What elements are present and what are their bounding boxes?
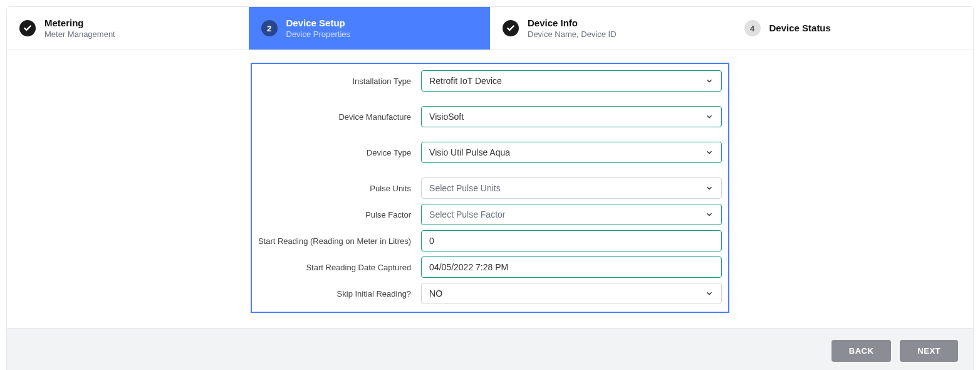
device-properties-group: Installation Type Device Manufacture Dev… [251,63,729,313]
select-value: Retrofit IoT Device [429,76,502,86]
label-device-type: Device Type [258,142,411,163]
wizard-stepper: Metering Meter Management 2 Device Setup… [7,7,973,50]
step-subtitle: Meter Management [44,29,115,40]
chevron-down-icon [705,112,714,121]
step-subtitle: Device Name, Device ID [528,29,617,40]
select-placeholder: Select Pulse Units [429,183,501,193]
wizard-panel: Metering Meter Management 2 Device Setup… [6,6,974,370]
start-reading-input[interactable] [421,230,722,251]
step-title: Device Setup [286,17,351,29]
chevron-down-icon [705,210,714,219]
label-pulse-factor: Pulse Factor [258,204,411,225]
label-pulse-units: Pulse Units [258,177,411,199]
select-value: Visio Util Pulse Aqua [429,147,510,157]
step-number-icon: 2 [261,20,278,36]
step-metering[interactable]: Metering Meter Management [7,7,249,50]
chevron-down-icon [705,289,714,298]
select-value: NO [429,288,442,299]
step-subtitle: Device Properties [286,29,351,40]
step-number-icon: 4 [744,20,761,36]
label-device-manufacture: Device Manufacture [258,106,411,127]
check-icon [503,20,519,36]
start-reading-date-input[interactable] [421,256,722,278]
device-manufacture-select[interactable]: VisioSoft [421,106,722,127]
step-device-status[interactable]: 4 Device Status [732,7,974,50]
select-value: VisioSoft [429,112,464,122]
label-start-reading-date: Start Reading Date Captured [258,256,411,278]
step-device-info[interactable]: Device Info Device Name, Device ID [490,7,732,50]
label-skip-initial: Skip Initial Reading? [258,283,411,304]
label-start-reading: Start Reading (Reading on Meter in Litre… [258,230,411,251]
step-title: Device Status [769,22,831,34]
installation-type-select[interactable]: Retrofit IoT Device [421,70,722,92]
back-button[interactable]: BACK [831,340,892,362]
chevron-down-icon [705,148,714,157]
label-installation-type: Installation Type [258,70,411,92]
pulse-factor-select[interactable]: Select Pulse Factor [421,204,722,225]
device-type-select[interactable]: Visio Util Pulse Aqua [421,142,722,163]
step-title: Device Info [528,17,617,29]
form-area: Installation Type Device Manufacture Dev… [7,50,973,328]
skip-initial-select[interactable]: NO [421,283,722,304]
select-placeholder: Select Pulse Factor [429,209,505,219]
wizard-footer: BACK NEXT [7,328,973,370]
step-device-setup[interactable]: 2 Device Setup Device Properties [249,7,491,50]
chevron-down-icon [705,77,714,85]
chevron-down-icon [705,184,714,193]
step-title: Metering [44,17,115,29]
pulse-units-select[interactable]: Select Pulse Units [421,177,722,199]
check-icon [19,20,36,36]
next-button[interactable]: NEXT [900,340,958,362]
